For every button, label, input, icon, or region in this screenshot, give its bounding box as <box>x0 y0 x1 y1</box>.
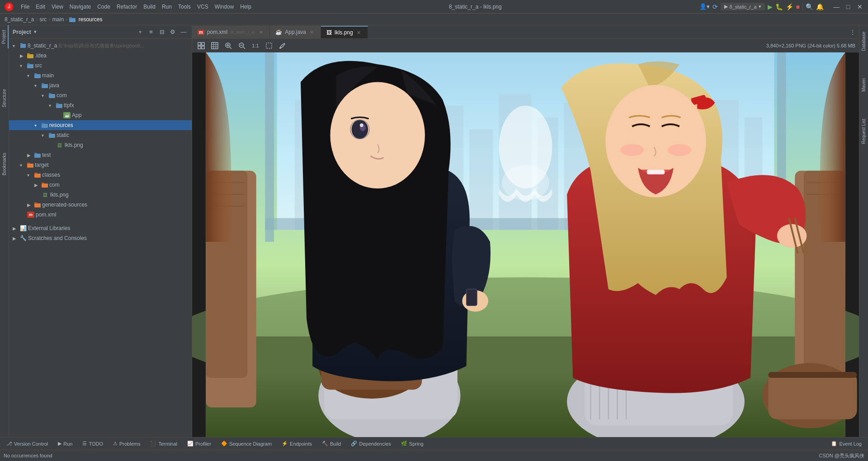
tree-item-app[interactable]: ☕ App <box>9 110 192 120</box>
pom-tab-close[interactable]: ✕ <box>258 29 264 35</box>
menu-build[interactable]: Build <box>143 4 156 10</box>
collapse-all-btn[interactable]: ⊟ <box>157 28 166 37</box>
profile-btn[interactable]: 👤▾ <box>699 3 710 10</box>
maximize-btn[interactable]: □ <box>844 3 852 10</box>
pick-color-btn[interactable] <box>277 40 288 51</box>
profiler-tab[interactable]: 📈 Profiler <box>183 438 216 449</box>
breadcrumb-src[interactable]: src <box>39 16 47 23</box>
tree-item-ttpfx[interactable]: ▾ ttpfx <box>9 100 192 110</box>
svg-point-92 <box>330 82 425 188</box>
dependencies-tab[interactable]: 🔗 Dependencies <box>346 438 395 449</box>
project-panel: Project ▾ + ≡ ⊟ ⚙ — ▾ 8_static_r_a E <box>9 25 192 437</box>
endpoints-tab[interactable]: ⚡ Endpoints <box>277 438 316 449</box>
svg-rect-24 <box>34 174 41 178</box>
add-content-btn[interactable]: + <box>136 28 145 37</box>
problems-tab[interactable]: ⚠ Problems <box>108 438 145 449</box>
left-side-tabs: Project Structure Bookmarks <box>0 25 9 437</box>
notifications-btn[interactable]: 🔔 <box>816 3 824 10</box>
project-side-tab[interactable]: Project <box>0 25 9 48</box>
grid-btn[interactable] <box>209 40 220 51</box>
menu-view[interactable]: View <box>52 4 63 10</box>
border-btn[interactable] <box>264 40 274 51</box>
version-control-tab[interactable]: ⎇ Version Control <box>2 438 52 449</box>
vcs-update-btn[interactable]: ⟳ <box>712 3 718 10</box>
tree-item-com[interactable]: ▾ com <box>9 90 192 100</box>
tree-item-scratches[interactable]: ▶ 🔧 Scratches and Consoles <box>9 233 192 243</box>
lkls-tab-close[interactable]: ✕ <box>356 29 362 36</box>
terminal-tab[interactable]: ⬛ Terminal <box>146 438 182 449</box>
minimize-btn[interactable]: — <box>833 3 840 10</box>
debug-btn[interactable]: 🐛 <box>775 3 783 10</box>
menu-navigate[interactable]: Navigate <box>70 4 91 10</box>
breadcrumb-main[interactable]: main <box>52 16 64 23</box>
build-tab[interactable]: 🔨 Build <box>317 438 345 449</box>
profile-run-btn[interactable]: ⚡ <box>786 3 793 10</box>
idea-label: .idea <box>35 52 47 59</box>
menu-window[interactable]: Window <box>215 4 234 10</box>
tree-item-src[interactable]: ▾ src <box>9 61 192 71</box>
svg-rect-1 <box>69 17 72 19</box>
menu-code[interactable]: Code <box>97 4 110 10</box>
database-side-tab[interactable]: Database <box>860 27 868 56</box>
tree-item-java[interactable]: ▾ java <box>9 80 192 90</box>
menu-vcs[interactable]: VCS <box>197 4 208 10</box>
stop-btn[interactable]: ■ <box>796 3 800 10</box>
tree-item-external-libs[interactable]: ▶ 📊 External Libraries <box>9 223 192 233</box>
endpoints-icon: ⚡ <box>282 441 288 447</box>
tab-overflow-btn[interactable]: ⋮ <box>846 26 859 38</box>
menu-file[interactable]: File <box>21 4 29 10</box>
tab-pom[interactable]: m pom.xml (8_static_r_a) ✕ <box>192 26 270 38</box>
tree-item-lkls2[interactable]: 🖼 lkls.png <box>9 190 192 200</box>
search-everywhere-btn[interactable]: 🔍 <box>806 3 813 10</box>
tree-item-test[interactable]: ▶ test <box>9 150 192 160</box>
tab-lkls[interactable]: 🖼 lkls.png ✕ <box>321 26 368 38</box>
tree-item-root[interactable]: ▾ 8_static_r_a E:\hsp培训\分布式微服务\springboo… <box>9 41 192 51</box>
tree-item-classes[interactable]: ▾ classes <box>9 170 192 180</box>
pom-tab-project: (8_static_r_a) <box>230 30 255 34</box>
todo-label: TODO <box>89 441 103 447</box>
event-log-tab[interactable]: 📋 Event Log <box>826 438 866 449</box>
pom-tab-label: pom.xml <box>207 29 227 35</box>
spring-tab[interactable]: 🌿 Spring <box>396 438 428 449</box>
zoom-ratio-btn[interactable]: 1:1 <box>250 40 261 51</box>
tree-item-idea[interactable]: ▶ .idea <box>9 51 192 61</box>
expand-all-btn[interactable]: ≡ <box>146 28 156 37</box>
tree-item-com2[interactable]: ▶ com <box>9 180 192 190</box>
app-tab-close[interactable]: ✕ <box>309 29 315 35</box>
sidebar-dropdown[interactable]: ▾ <box>34 29 37 35</box>
zoom-in-btn[interactable] <box>223 40 234 51</box>
tree-item-pom[interactable]: m pom.xml <box>9 210 192 220</box>
sequence-diagram-tab[interactable]: 🔶 Sequence Diagram <box>217 438 276 449</box>
menu-tools[interactable]: Tools <box>178 4 191 10</box>
border-icon <box>265 42 273 49</box>
zoom-out-btn[interactable] <box>236 40 247 51</box>
close-btn[interactable]: ✕ <box>856 3 863 10</box>
run-tab[interactable]: ▶ Run <box>53 438 77 449</box>
hide-panel-btn[interactable]: — <box>179 28 188 37</box>
tree-item-target[interactable]: ▾ target <box>9 160 192 170</box>
tree-item-lkls1[interactable]: 🖼 lkls.png <box>9 140 192 150</box>
settings-btn[interactable]: ⚙ <box>168 28 177 37</box>
run-config-selector[interactable]: ▶ 8_static_r_a ▾ <box>721 3 765 10</box>
tree-item-static[interactable]: ▾ static <box>9 130 192 140</box>
tab-app[interactable]: ☕ App.java ✕ <box>270 26 321 38</box>
menu-edit[interactable]: Edit <box>36 4 45 10</box>
menu-run[interactable]: Run <box>162 4 172 10</box>
breadcrumb-root[interactable]: 8_static_r_a <box>5 16 34 23</box>
tree-item-resources[interactable]: ▾ resources <box>9 120 192 130</box>
todo-tab[interactable]: ☰ TODO <box>78 438 108 449</box>
bookmarks-side-tab[interactable]: Bookmarks <box>0 148 8 180</box>
breadcrumb-resources[interactable]: resources <box>69 16 102 23</box>
menu-help[interactable]: Help <box>240 4 251 10</box>
tree-item-main[interactable]: ▾ main <box>9 71 192 80</box>
run-config-arrow: ▾ <box>759 4 761 9</box>
run-btn[interactable]: ▶ <box>768 3 773 10</box>
static-label: static <box>57 132 69 138</box>
maven-side-tab[interactable]: Maven <box>860 74 868 96</box>
structure-side-tab[interactable]: Structure <box>0 85 8 112</box>
menu-refactor[interactable]: Refactor <box>117 4 137 10</box>
fit-page-btn[interactable] <box>196 40 207 51</box>
tree-item-generated[interactable]: ▶ generated-sources <box>9 200 192 210</box>
request-list-side-tab[interactable]: Request List <box>860 114 868 149</box>
classes-label: classes <box>42 172 60 178</box>
